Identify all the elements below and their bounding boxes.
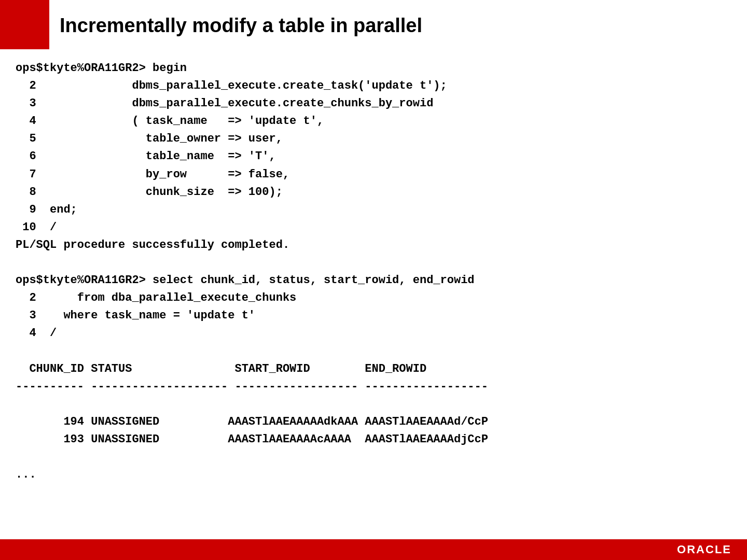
page-title: Incrementally modify a table in parallel (60, 15, 422, 37)
code-line-4b: 4 / (16, 325, 488, 342)
code-line-5: 5 table_owner => user, (16, 130, 488, 148)
code-line-8: 8 chunk_size => 100); (16, 184, 488, 201)
code-line-9: 9 end; (16, 201, 488, 219)
code-ellipsis: ... (16, 466, 488, 484)
code-line-2b: 2 from dba_parallel_execute_chunks (16, 289, 488, 307)
code-blank3 (16, 396, 488, 413)
code-row1: 194 UNASSIGNED AAASTlAAEAAAAAdkAAA AAAST… (16, 413, 488, 431)
oracle-logo: ORACLE (677, 543, 731, 556)
code-plsql-result: PL/SQL procedure successfully completed. (16, 236, 488, 254)
code-line-2: 2 dbms_parallel_execute.create_task('upd… (16, 77, 488, 95)
code-block: ops$tkyte%ORA11GR2> begin 2 dbms_paralle… (16, 60, 488, 484)
code-line-7: 7 by_row => false, (16, 166, 488, 184)
code-row2: 193 UNASSIGNED AAASTlAAEAAAAcAAAA AAASTl… (16, 431, 488, 449)
code-blank2 (16, 343, 488, 360)
code-blank4 (16, 449, 488, 466)
code-line-3b: 3 where task_name = 'update t' (16, 307, 488, 325)
code-line-10: 10 / (16, 219, 488, 236)
code-line-6: 6 table_name => 'T', (16, 148, 488, 165)
code-col-sep: ---------- -------------------- --------… (16, 378, 488, 396)
code-col-header: CHUNK_ID STATUS START_ROWID END_ROWID (16, 360, 488, 378)
code-line-4: 4 ( task_name => 'update t', (16, 113, 488, 130)
code-line-3: 3 dbms_parallel_execute.create_chunks_by… (16, 95, 488, 113)
code-blank1 (16, 254, 488, 272)
red-square-decoration (0, 0, 49, 49)
bottom-bar: ORACLE (0, 539, 747, 560)
code-line-prompt1: ops$tkyte%ORA11GR2> begin (16, 60, 488, 77)
code-line-prompt2: ops$tkyte%ORA11GR2> select chunk_id, sta… (16, 272, 488, 289)
